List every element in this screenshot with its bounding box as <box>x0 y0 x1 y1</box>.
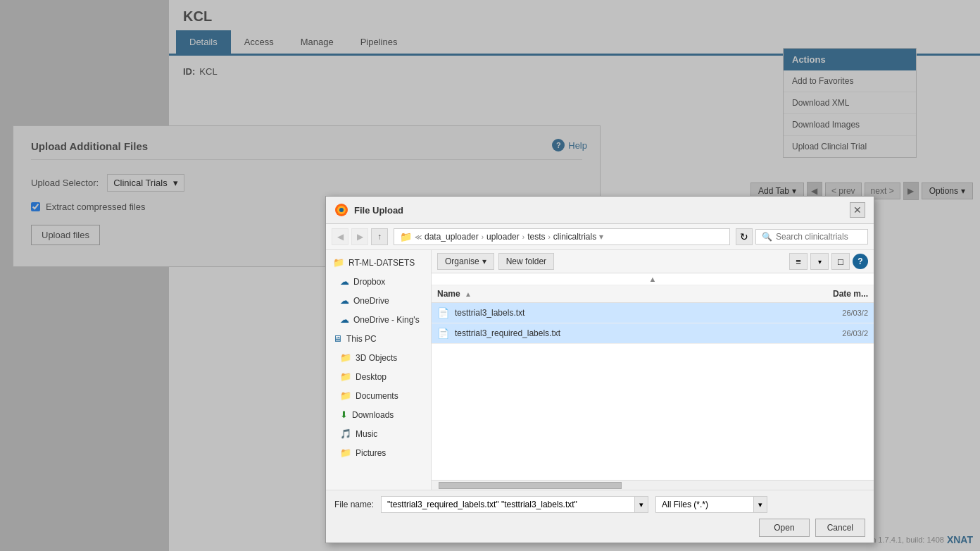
open-button[interactable]: Open <box>759 519 809 537</box>
view-preview-button[interactable]: □ <box>831 253 850 270</box>
view-list-button[interactable]: ≡ <box>789 253 808 270</box>
dialog-help-button[interactable]: ? <box>853 254 868 269</box>
sidebar-item-onedrive[interactable]: ☁ OneDrive <box>326 291 431 310</box>
sidebar-item-3d-objects[interactable]: 📁 3D Objects <box>326 348 431 367</box>
file-table-header: Name ▲ Date m... <box>432 285 874 303</box>
sidebar-item-desktop[interactable]: 📁 Desktop <box>326 367 431 386</box>
sidebar-item-documents[interactable]: 📁 Documents <box>326 386 431 405</box>
folder-icon: 📁 <box>333 257 344 268</box>
toolbar-right: ≡ ▾ □ ? <box>789 253 868 270</box>
sidebar-item-downloads[interactable]: ⬇ Downloads <box>326 405 431 424</box>
file-name-1: testtrial3_labels.txt <box>455 308 812 318</box>
filetype-wrap: ▾ <box>655 496 767 513</box>
file-icon-1: 📄 <box>437 307 449 318</box>
filetype-dropdown-button[interactable]: ▾ <box>754 496 767 513</box>
organise-label: Organise <box>445 256 479 266</box>
sidebar-item-dropbox[interactable]: ☁ Dropbox <box>326 272 431 291</box>
filename-input-wrap: ▾ <box>381 496 648 513</box>
new-folder-button[interactable]: New folder <box>498 253 554 270</box>
sidebar-label-documents: Documents <box>356 391 398 401</box>
search-icon: 🔍 <box>762 232 772 242</box>
breadcrumb-bar: 📁 ≪ data_uploader › uploader › tests › c… <box>394 228 730 245</box>
file-upload-dialog: File Upload ✕ ◀ ▶ ↑ 📁 ≪ data_uploader › … <box>325 196 874 543</box>
folder-icon-3d: 📁 <box>340 352 351 363</box>
sidebar-label-3d: 3D Objects <box>356 353 397 363</box>
filename-label: File name: <box>334 500 374 509</box>
filename-dropdown-button[interactable]: ▾ <box>635 496 648 513</box>
bc-part2: uploader <box>486 232 520 242</box>
bc-part4: clinicaltrials <box>553 232 596 242</box>
firefox-icon <box>334 203 348 217</box>
file-table: 📄 testtrial3_labels.txt 26/03/2 📄 testtr… <box>432 303 874 480</box>
sidebar-nav: 📁 RT-ML-DATSETS ☁ Dropbox ☁ OneDrive ☁ O… <box>326 250 432 490</box>
bc-part1: data_uploader <box>425 232 479 242</box>
bc-chevron-3: › <box>522 233 524 241</box>
filetype-input[interactable] <box>655 496 754 513</box>
breadcrumb-folder-icon: 📁 <box>400 231 412 242</box>
horizontal-scrollbar[interactable] <box>432 480 874 490</box>
bc-part3: tests <box>527 232 545 242</box>
sidebar-label-this-pc: This PC <box>346 334 377 344</box>
folder-icon-documents: 📁 <box>340 390 351 401</box>
svg-point-2 <box>339 208 344 212</box>
dialog-bottom: File name: ▾ ▾ Open Cancel <box>326 490 874 543</box>
folder-icon-downloads: ⬇ <box>340 409 348 420</box>
file-name-2: testtrial3_required_labels.txt <box>455 328 812 338</box>
breadcrumb-dropdown[interactable]: ▾ <box>599 232 603 242</box>
sidebar-label-pictures: Pictures <box>356 448 386 458</box>
file-row[interactable]: 📄 testtrial3_labels.txt 26/03/2 <box>432 303 874 323</box>
col-date-header: Date m... <box>812 289 868 299</box>
new-folder-label: New folder <box>506 256 546 266</box>
file-date-1: 26/03/2 <box>812 309 868 317</box>
nav-refresh-button[interactable]: ↻ <box>736 228 753 245</box>
organise-button[interactable]: Organise ▾ <box>437 253 494 270</box>
file-date-2: 26/03/2 <box>812 329 868 338</box>
search-input[interactable] <box>776 232 862 242</box>
sidebar-item-rt-ml[interactable]: 📁 RT-ML-DATSETS <box>326 253 431 272</box>
folder-icon-desktop: 📁 <box>340 371 351 382</box>
dialog-title: File Upload <box>354 205 403 216</box>
sidebar-label-music: Music <box>356 429 377 439</box>
bc-chevron-1: ≪ <box>415 233 422 241</box>
toolbar-left: Organise ▾ New folder <box>437 253 554 270</box>
sidebar-item-onedrive-kings[interactable]: ☁ OneDrive - King's <box>326 310 431 329</box>
h-scroll-thumb[interactable] <box>439 482 622 489</box>
sort-icon: ▲ <box>465 290 472 298</box>
view-details-button[interactable]: ▾ <box>810 253 829 270</box>
sidebar-item-pictures[interactable]: 📁 Pictures <box>326 443 431 462</box>
sidebar-label-desktop: Desktop <box>356 372 387 382</box>
cancel-button[interactable]: Cancel <box>815 519 865 537</box>
nav-up-button[interactable]: ↑ <box>371 228 388 245</box>
file-row[interactable]: 📄 testtrial3_required_labels.txt 26/03/2 <box>432 323 874 344</box>
cloud-icon-onedrive: ☁ <box>340 295 349 306</box>
filename-row: File name: ▾ ▾ <box>334 496 865 513</box>
sidebar-label-dropbox: Dropbox <box>353 277 385 287</box>
sort-arrow: ▲ <box>649 275 657 283</box>
dialog-close-button[interactable]: ✕ <box>850 202 865 218</box>
file-icon-2: 📄 <box>437 328 449 339</box>
dialog-body: 📁 RT-ML-DATSETS ☁ Dropbox ☁ OneDrive ☁ O… <box>326 250 874 490</box>
sidebar-label-rt-ml: RT-ML-DATSETS <box>348 258 415 268</box>
col-name-header: Name ▲ <box>437 289 812 299</box>
bc-chevron-2: › <box>482 233 484 241</box>
folder-icon-pictures: 📁 <box>340 447 351 458</box>
nav-back-button[interactable]: ◀ <box>332 228 348 245</box>
cloud-icon-onedrive-kings: ☁ <box>340 314 349 325</box>
dialog-titlebar: File Upload ✕ <box>326 197 874 224</box>
nav-forward-button[interactable]: ▶ <box>351 228 368 245</box>
dialog-actions: Open Cancel <box>334 519 865 537</box>
sidebar-item-this-pc[interactable]: 🖥 This PC <box>326 329 431 348</box>
cloud-icon-dropbox: ☁ <box>340 276 349 287</box>
file-list-toolbar: Organise ▾ New folder ≡ ▾ □ ? <box>432 250 874 273</box>
sidebar-item-music[interactable]: 🎵 Music <box>326 424 431 443</box>
filename-input[interactable] <box>381 496 635 513</box>
sidebar-label-onedrive-kings: OneDrive - King's <box>353 315 420 325</box>
folder-icon-music: 🎵 <box>340 428 351 439</box>
file-list-area: Organise ▾ New folder ≡ ▾ □ ? ▲ <box>432 250 874 490</box>
sidebar-label-onedrive: OneDrive <box>353 296 389 306</box>
computer-icon: 🖥 <box>333 333 342 344</box>
nav-bar: ◀ ▶ ↑ 📁 ≪ data_uploader › uploader › tes… <box>326 224 874 250</box>
search-box: 🔍 <box>755 229 868 244</box>
organise-chevron: ▾ <box>482 256 486 266</box>
bc-chevron-4: › <box>548 233 550 241</box>
